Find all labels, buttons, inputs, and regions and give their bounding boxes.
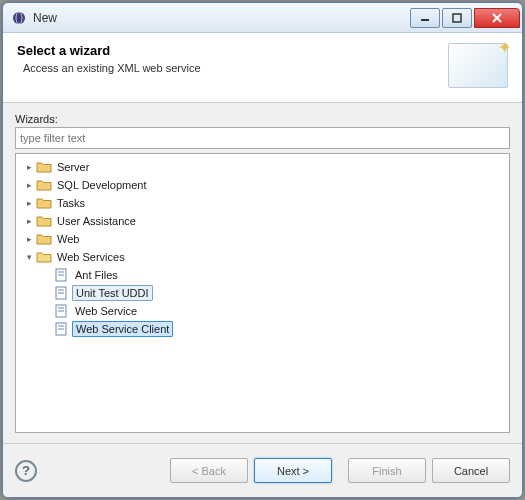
finish-button[interactable]: Finish: [348, 458, 426, 483]
tree-label: User Assistance: [54, 214, 139, 228]
tree-folder[interactable]: ▸User Assistance: [18, 212, 507, 230]
banner-subtext: Access an existing XML web service: [23, 62, 448, 74]
cancel-button[interactable]: Cancel: [432, 458, 510, 483]
tree-label: SQL Development: [54, 178, 149, 192]
filter-input[interactable]: [15, 127, 510, 149]
file-icon: [54, 268, 70, 282]
tree-folder[interactable]: ▸SQL Development: [18, 176, 507, 194]
wizard-tree[interactable]: ▸Server▸SQL Development▸Tasks▸User Assis…: [15, 153, 510, 433]
svg-rect-3: [453, 14, 461, 22]
tree-label: Ant Files: [72, 268, 121, 282]
tree-item[interactable]: Unit Test UDDI: [18, 284, 507, 302]
tree-folder[interactable]: ▸Server: [18, 158, 507, 176]
tree-folder[interactable]: ▸Web: [18, 230, 507, 248]
tree-item[interactable]: Web Service Client: [18, 320, 507, 338]
titlebar[interactable]: New: [3, 3, 522, 33]
eclipse-icon: [11, 10, 27, 26]
tree-label: Web Services: [54, 250, 128, 264]
file-icon: [54, 286, 70, 300]
banner-heading: Select a wizard: [17, 43, 448, 58]
tree-folder[interactable]: ▸Tasks: [18, 194, 507, 212]
folder-icon: [36, 232, 52, 246]
tree-item[interactable]: Ant Files: [18, 266, 507, 284]
minimize-button[interactable]: [410, 8, 440, 28]
folder-icon: [36, 214, 52, 228]
wizard-banner: Select a wizard Access an existing XML w…: [3, 33, 522, 103]
back-button[interactable]: < Back: [170, 458, 248, 483]
tree-label: Server: [54, 160, 92, 174]
maximize-button[interactable]: [442, 8, 472, 28]
chevron-right-icon: ▸: [22, 216, 36, 226]
tree-label: Web: [54, 232, 82, 246]
dialog-window: New Select a wizard Access an existing X…: [2, 2, 523, 498]
chevron-right-icon: ▸: [22, 180, 36, 190]
folder-icon: [36, 196, 52, 210]
folder-icon: [36, 178, 52, 192]
window-title: New: [33, 11, 410, 25]
tree-item[interactable]: Web Service: [18, 302, 507, 320]
window-controls: [410, 8, 520, 28]
button-bar: ? < Back Next > Finish Cancel: [3, 443, 522, 497]
tree-label: Web Service Client: [72, 321, 173, 337]
tree-folder[interactable]: ▾Web Services: [18, 248, 507, 266]
tree-label: Web Service: [72, 304, 140, 318]
chevron-right-icon: ▸: [22, 198, 36, 208]
folder-icon: [36, 250, 52, 264]
wizard-icon: [448, 43, 508, 88]
chevron-right-icon: ▸: [22, 234, 36, 244]
tree-label: Unit Test UDDI: [72, 285, 153, 301]
file-icon: [54, 304, 70, 318]
close-button[interactable]: [474, 8, 520, 28]
chevron-right-icon: ▸: [22, 162, 36, 172]
help-icon[interactable]: ?: [15, 460, 37, 482]
svg-point-0: [13, 12, 25, 24]
wizard-body: Wizards: ▸Server▸SQL Development▸Tasks▸U…: [3, 103, 522, 443]
next-button[interactable]: Next >: [254, 458, 332, 483]
chevron-down-icon: ▾: [22, 252, 36, 262]
tree-label: Tasks: [54, 196, 88, 210]
file-icon: [54, 322, 70, 336]
folder-icon: [36, 160, 52, 174]
wizards-label: Wizards:: [15, 113, 510, 125]
